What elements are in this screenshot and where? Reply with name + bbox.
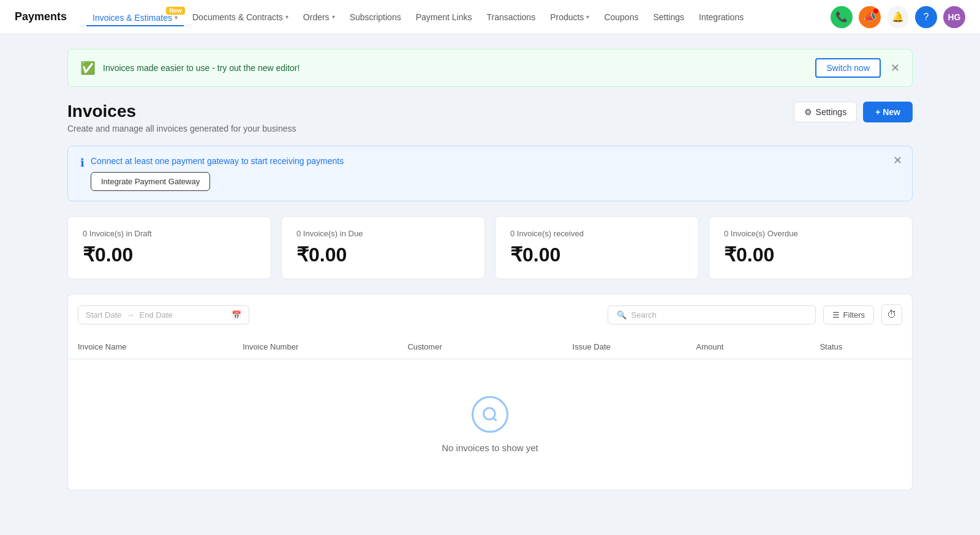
chevron-down-icon: ▾ bbox=[175, 14, 178, 21]
filters-label: Filters bbox=[843, 310, 865, 320]
nav-item-orders[interactable]: Orders ▾ bbox=[297, 9, 341, 26]
switch-now-button[interactable]: Switch now bbox=[815, 58, 881, 78]
nav-label-documents: Documents & Contracts bbox=[192, 12, 283, 22]
nav-label-integrations: Integrations bbox=[699, 12, 744, 22]
gear-icon: ⚙ bbox=[804, 107, 812, 117]
topbar-icons: 📞 📣 🔔 ? HG bbox=[831, 6, 965, 28]
nav-label-settings: Settings bbox=[653, 12, 684, 22]
col-amount: Amount bbox=[696, 342, 820, 351]
empty-state: No invoices to show yet bbox=[68, 359, 912, 490]
nav-item-products[interactable]: Products ▾ bbox=[544, 9, 595, 26]
help-icon: ? bbox=[924, 12, 929, 23]
search-box[interactable]: 🔍 Search bbox=[608, 305, 816, 324]
col-invoice-number: Invoice Number bbox=[243, 342, 407, 351]
search-placeholder: Search bbox=[631, 310, 657, 320]
date-range-picker[interactable]: Start Date → End Date 📅 bbox=[78, 305, 249, 324]
notification-dot bbox=[873, 9, 878, 13]
info-icon: ℹ bbox=[80, 156, 85, 170]
editor-banner: ✅ Invoices made easier to use - try out … bbox=[67, 49, 913, 87]
stat-value-overdue: ₹0.00 bbox=[724, 243, 897, 266]
stat-label-draft: 0 Invoice(s) in Draft bbox=[83, 229, 256, 238]
stats-grid: 0 Invoice(s) in Draft ₹0.00 0 Invoice(s)… bbox=[67, 216, 913, 279]
stat-card-due: 0 Invoice(s) in Due ₹0.00 bbox=[281, 216, 485, 279]
nav-item-transactions[interactable]: Transactions bbox=[481, 9, 542, 26]
bell-button[interactable]: 🔔 bbox=[887, 6, 909, 28]
nav-item-integrations[interactable]: Integrations bbox=[693, 9, 750, 26]
page-title: Invoices bbox=[67, 102, 296, 121]
nav-item-documents[interactable]: Documents & Contracts ▾ bbox=[186, 9, 295, 26]
stat-value-due: ₹0.00 bbox=[296, 243, 470, 266]
filters-button[interactable]: ☰ Filters bbox=[823, 305, 874, 324]
nav-label-subscriptions: Subscriptions bbox=[350, 12, 401, 22]
stat-card-received: 0 Invoice(s) received ₹0.00 bbox=[495, 216, 699, 279]
start-date-placeholder: Start Date bbox=[86, 310, 122, 320]
nav-label-products: Products bbox=[550, 12, 584, 22]
brand-name: Payments bbox=[15, 10, 67, 23]
empty-text: No invoices to show yet bbox=[442, 443, 538, 453]
svg-line-1 bbox=[493, 417, 496, 421]
stat-label-due: 0 Invoice(s) in Due bbox=[296, 229, 470, 238]
settings-label: Settings bbox=[816, 107, 847, 117]
svg-point-0 bbox=[484, 408, 496, 420]
stat-card-draft: 0 Invoice(s) in Draft ₹0.00 bbox=[67, 216, 271, 279]
banner-text: Invoices made easier to use - try out th… bbox=[103, 63, 815, 73]
nav-item-subscriptions[interactable]: Subscriptions bbox=[344, 9, 407, 26]
search-icon: 🔍 bbox=[617, 310, 627, 320]
chevron-down-icon: ▾ bbox=[586, 13, 589, 20]
payment-gateway-alert: ℹ Connect at least one payment gateway t… bbox=[67, 146, 913, 201]
nav-menu: Invoices & Estimates New ▾ Documents & C… bbox=[86, 8, 831, 26]
end-date-placeholder: End Date bbox=[140, 310, 173, 320]
header-actions: ⚙ Settings + New bbox=[794, 102, 913, 122]
settings-button[interactable]: ⚙ Settings bbox=[794, 102, 858, 122]
alert-close-button[interactable]: ✕ bbox=[893, 154, 902, 167]
nav-label-orders: Orders bbox=[303, 12, 330, 22]
banner-close-button[interactable]: ✕ bbox=[891, 61, 900, 75]
filter-icon: ☰ bbox=[832, 310, 840, 320]
page-title-group: Invoices Create and manage all invoices … bbox=[67, 102, 296, 133]
stat-value-draft: ₹0.00 bbox=[83, 243, 256, 266]
nav-item-coupons[interactable]: Coupons bbox=[598, 9, 644, 26]
table-header: Invoice Name Invoice Number Customer Iss… bbox=[68, 335, 912, 359]
stat-label-overdue: 0 Invoice(s) Overdue bbox=[724, 229, 897, 238]
chevron-down-icon: ▾ bbox=[332, 13, 335, 20]
page-header: Invoices Create and manage all invoices … bbox=[67, 102, 913, 133]
nav-item-invoices[interactable]: Invoices & Estimates New ▾ bbox=[86, 8, 184, 26]
chevron-down-icon: ▾ bbox=[285, 13, 288, 20]
main-content: ✅ Invoices made easier to use - try out … bbox=[43, 34, 937, 505]
avatar-button[interactable]: HG bbox=[943, 6, 965, 28]
download-icon: ⏱ bbox=[887, 309, 897, 320]
alert-text: Connect at least one payment gateway to … bbox=[91, 156, 344, 166]
nav-label-transactions: Transactions bbox=[487, 12, 536, 22]
alert-content: Connect at least one payment gateway to … bbox=[91, 156, 344, 191]
nav-item-settings[interactable]: Settings bbox=[647, 9, 690, 26]
new-invoice-button[interactable]: + New bbox=[863, 102, 913, 122]
integrate-payment-button[interactable]: Integrate Payment Gateway bbox=[91, 172, 210, 191]
phone-icon: 📞 bbox=[835, 11, 848, 23]
col-issue-date: Issue Date bbox=[573, 342, 696, 351]
arrow-icon: → bbox=[127, 310, 135, 320]
stat-label-received: 0 Invoice(s) received bbox=[510, 229, 684, 238]
col-status: Status bbox=[820, 342, 902, 351]
topbar: Payments Invoices & Estimates New ▾ Docu… bbox=[0, 0, 980, 34]
phone-button[interactable]: 📞 bbox=[831, 6, 853, 28]
col-invoice-name: Invoice Name bbox=[78, 342, 243, 351]
stat-card-overdue: 0 Invoice(s) Overdue ₹0.00 bbox=[709, 216, 913, 279]
filters-row: Start Date → End Date 📅 🔍 Search ☰ Filte… bbox=[67, 294, 913, 335]
col-customer: Customer bbox=[407, 342, 572, 351]
nav-label-invoices: Invoices & Estimates bbox=[92, 13, 172, 23]
nav-item-paymentlinks[interactable]: Payment Links bbox=[410, 9, 478, 26]
nav-label-paymentlinks: Payment Links bbox=[416, 12, 472, 22]
megaphone-button[interactable]: 📣 bbox=[859, 6, 881, 28]
bell-icon: 🔔 bbox=[892, 11, 904, 23]
page-subtitle: Create and manage all invoices generated… bbox=[67, 124, 296, 133]
nav-label-coupons: Coupons bbox=[604, 12, 638, 22]
download-button[interactable]: ⏱ bbox=[881, 304, 902, 325]
invoices-table: Invoice Name Invoice Number Customer Iss… bbox=[67, 335, 913, 490]
help-button[interactable]: ? bbox=[915, 6, 937, 28]
nav-badge-new: New bbox=[166, 7, 185, 15]
check-circle-icon: ✅ bbox=[80, 61, 96, 75]
stat-value-received: ₹0.00 bbox=[510, 243, 684, 266]
avatar-text: HG bbox=[948, 12, 961, 22]
calendar-icon: 📅 bbox=[232, 310, 241, 320]
empty-search-icon bbox=[472, 396, 508, 433]
